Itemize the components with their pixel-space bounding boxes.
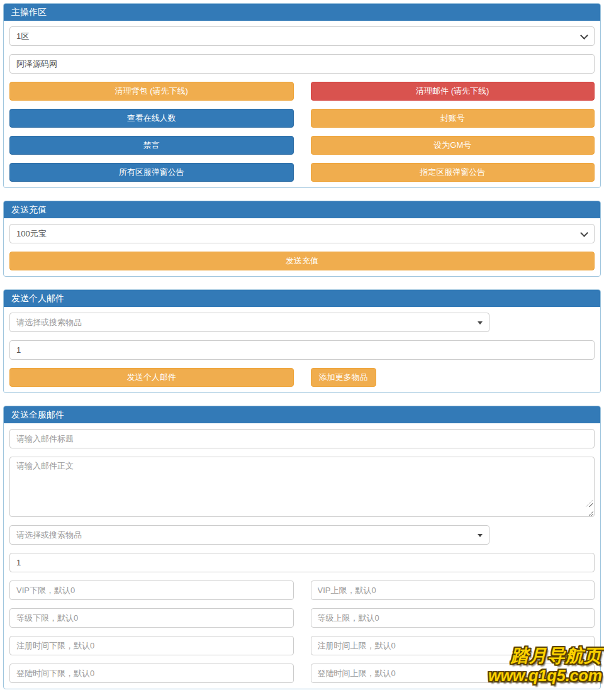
panel-send-recharge: 发送充值 100元宝 发送充值: [3, 201, 601, 277]
register-time-max-input[interactable]: [311, 636, 595, 655]
login-time-max-input[interactable]: [311, 664, 595, 683]
server-select-wrap: 1区: [9, 26, 595, 46]
server-item-quantity-input[interactable]: [9, 553, 595, 572]
server-select[interactable]: 1区: [9, 26, 595, 46]
level-max-input[interactable]: [311, 608, 595, 628]
panel-main-operations-body: 1区 清理背包 (请先下线) 清理邮件 (请先下线) 查看在线人数 封账号 禁言…: [4, 21, 600, 187]
server-item-select-placeholder: 请选择或搜索物品: [16, 530, 82, 541]
panel-send-personal-mail: 发送个人邮件 请选择或搜索物品 发送个人邮件 添加更多物品: [3, 289, 601, 393]
caret-down-icon: [478, 321, 483, 325]
panel-send-recharge-body: 100元宝 发送充值: [4, 218, 600, 276]
main-buttons-grid: 清理背包 (请先下线) 清理邮件 (请先下线) 查看在线人数 封账号 禁言 设为…: [9, 82, 595, 182]
set-gm-button[interactable]: 设为GM号: [311, 136, 595, 155]
send-recharge-button[interactable]: 发送充值: [9, 252, 595, 270]
panel-send-personal-mail-title: 发送个人邮件: [4, 290, 600, 307]
server-item-select-dropdown[interactable]: 请选择或搜索物品: [9, 525, 489, 545]
panel-send-server-mail-title: 发送全服邮件: [4, 406, 600, 423]
panel-main-operations: 主操作区 1区 清理背包 (请先下线) 清理邮件 (请先下线) 查看在线人数 封…: [3, 3, 601, 188]
personal-item-select-placeholder: 请选择或搜索物品: [16, 317, 82, 328]
clear-bag-button[interactable]: 清理背包 (请先下线): [9, 82, 294, 101]
send-personal-mail-button[interactable]: 发送个人邮件: [9, 368, 294, 387]
register-time-min-input[interactable]: [9, 636, 294, 655]
panel-send-server-mail-body: 请选择或搜索物品: [4, 423, 600, 689]
caret-down-icon: [478, 534, 483, 537]
recharge-amount-select-wrap: 100元宝: [9, 224, 595, 243]
vip-min-input[interactable]: [9, 581, 294, 600]
mail-filters-grid: [9, 581, 595, 683]
mail-title-input[interactable]: [9, 429, 595, 448]
view-online-count-button[interactable]: 查看在线人数: [9, 109, 294, 128]
mail-body-wrap: [9, 457, 595, 517]
clear-mail-button[interactable]: 清理邮件 (请先下线): [311, 82, 595, 101]
server-item-select-row: 请选择或搜索物品: [9, 525, 595, 545]
panel-send-recharge-title: 发送充值: [4, 201, 600, 218]
personal-item-select-row: 请选择或搜索物品: [9, 313, 595, 332]
personal-mail-actions-row: 发送个人邮件 添加更多物品: [9, 368, 595, 387]
ban-account-button[interactable]: 封账号: [311, 109, 595, 128]
add-more-items-button[interactable]: 添加更多物品: [311, 368, 376, 387]
vip-max-input[interactable]: [311, 581, 595, 600]
gm-admin-page: 主操作区 1区 清理背包 (请先下线) 清理邮件 (请先下线) 查看在线人数 封…: [0, 0, 604, 689]
personal-item-select-dropdown[interactable]: 请选择或搜索物品: [9, 313, 489, 332]
recharge-amount-select[interactable]: 100元宝: [9, 224, 595, 243]
player-name-input[interactable]: [9, 54, 595, 74]
panel-main-operations-title: 主操作区: [4, 4, 600, 21]
panel-send-server-mail: 发送全服邮件 请选择或搜索物品: [3, 406, 601, 689]
level-min-input[interactable]: [9, 608, 294, 628]
specified-server-popup-announcement-button[interactable]: 指定区服弹窗公告: [311, 163, 595, 182]
personal-item-quantity-input[interactable]: [9, 340, 595, 360]
panel-send-personal-mail-body: 请选择或搜索物品 发送个人邮件 添加更多物品: [4, 307, 600, 392]
add-item-cell: 添加更多物品: [311, 368, 595, 387]
mute-button[interactable]: 禁言: [9, 136, 294, 155]
all-servers-popup-announcement-button[interactable]: 所有区服弹窗公告: [9, 163, 294, 182]
login-time-min-input[interactable]: [9, 664, 294, 683]
mail-body-textarea[interactable]: [9, 457, 595, 517]
